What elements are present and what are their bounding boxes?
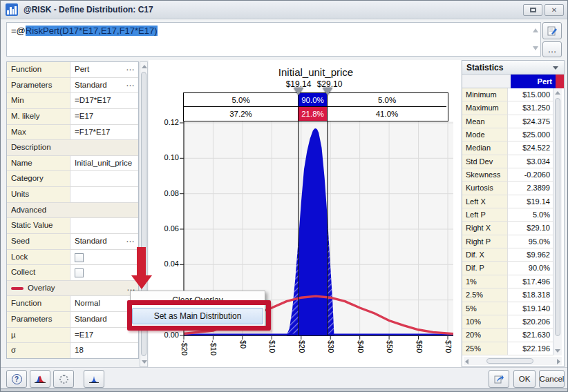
x-tick-label: $30 (325, 340, 335, 365)
scrollbar-thumb[interactable] (486, 358, 533, 364)
param-row-min: Min=D17*E17 (7, 93, 138, 109)
scroll-down-icon[interactable] (142, 360, 147, 364)
window-resize-edge[interactable] (1, 388, 567, 391)
ellipsis-icon[interactable]: … (126, 78, 135, 88)
param-value-parameters[interactable]: Standard… (70, 78, 138, 93)
stats-row: 20% $21.630 (462, 329, 553, 342)
param-value-mlikely[interactable]: =E17 (70, 109, 138, 124)
stat-label: 1% (462, 275, 508, 288)
param-value-category[interactable] (70, 171, 138, 186)
param-row-static-value: Static Value (7, 218, 138, 234)
param-value-sigma[interactable]: 18 (70, 343, 138, 358)
stat-label: Skewness (462, 168, 508, 181)
cancel-button[interactable]: Cancel (539, 370, 565, 388)
stats-row: 25% $22.196 (462, 342, 553, 355)
stat-value: $22.196 (508, 342, 553, 355)
overlay-distribution-button[interactable] (30, 370, 50, 388)
left-delimiter-handle[interactable] (294, 88, 303, 95)
formula-scroll-down-icon[interactable] (533, 46, 538, 50)
statistics-hscrollbar[interactable] (464, 357, 562, 365)
param-value-static[interactable] (70, 218, 138, 233)
param-value-units[interactable] (70, 187, 138, 202)
stat-value: $19.14 (508, 195, 553, 208)
stat-value: 2.3899 (508, 182, 553, 194)
settings-button[interactable] (53, 370, 74, 388)
ellipsis-icon[interactable]: … (126, 62, 135, 72)
param-value-min[interactable]: =D17*E17 (70, 93, 138, 108)
param-row-collect: Collect (7, 265, 138, 281)
y-tick-label: 0.06 (154, 224, 179, 234)
x-tick-label: $0 (238, 340, 247, 365)
distribution-view-button[interactable] (84, 370, 104, 388)
x-tick-label: -$10 (208, 340, 218, 365)
collect-checkbox[interactable] (75, 268, 84, 277)
right-delimiter-handle[interactable] (323, 88, 332, 95)
help-button[interactable]: ? (6, 370, 27, 388)
x-tick-label: $40 (355, 340, 365, 365)
formula-options-button[interactable]: … (542, 41, 562, 57)
scroll-up-icon[interactable] (142, 65, 147, 68)
stat-label: Mode (462, 128, 508, 141)
scroll-up-icon[interactable] (555, 91, 560, 95)
param-row-lock: Lock (7, 250, 138, 266)
stat-label: Left X (462, 195, 508, 208)
stat-value: 5.0% (508, 208, 553, 221)
formula-scroll-up-icon[interactable] (533, 28, 538, 32)
stats-row: Right P 95.0% (462, 235, 553, 248)
stat-value: $29.10 (508, 222, 553, 234)
pert-column-header: Pert (511, 75, 556, 88)
section-description: Description (7, 140, 138, 156)
stats-row: Minimum $15.000 (462, 88, 553, 101)
band-left-top: 5.0% (184, 93, 299, 107)
stats-row: 1% $17.496 (462, 275, 553, 288)
stat-value: $21.630 (508, 329, 553, 341)
stat-value: $17.496 (508, 275, 553, 288)
band-right-bottom: 41.0% (328, 107, 446, 121)
scroll-left-icon[interactable] (465, 359, 468, 364)
param-value-function[interactable]: Pert… (70, 62, 138, 77)
scroll-down-icon[interactable] (555, 349, 560, 353)
statistics-vscrollbar[interactable] (553, 88, 562, 355)
scrollbar-thumb[interactable] (555, 98, 560, 336)
window-title: @RISK - Define Distribution: C17 (23, 5, 153, 14)
param-value-name[interactable]: Initial_unit_price (70, 156, 138, 171)
stat-value: $25.000 (508, 128, 553, 141)
close-button[interactable]: ✕ (545, 4, 564, 16)
arrow-export-icon (493, 373, 504, 384)
x-tick-label: $50 (384, 340, 394, 365)
stat-value: $3.034 (508, 155, 553, 168)
stat-value: 90.0% (508, 262, 553, 274)
param-row-units: Units (7, 187, 138, 203)
annotation-highlight-box (127, 300, 271, 331)
lock-checkbox[interactable] (75, 253, 84, 262)
edit-reference-button[interactable] (542, 22, 562, 39)
chevron-down-icon[interactable] (553, 66, 558, 70)
stats-row: Left X $19.14 (462, 195, 553, 208)
parameter-table: FunctionPert… ParametersStandard… Min=D1… (6, 61, 139, 359)
x-tick-label: $70 (443, 340, 453, 365)
param-row-sigma: σ18 (7, 343, 138, 358)
footer-bar: ? OK Cancel (1, 367, 567, 389)
stats-row: Dif. X $9.962 (462, 248, 553, 262)
help-icon: ? (12, 374, 22, 384)
stat-value: $20.206 (508, 315, 553, 328)
stat-label: 2.5% (462, 288, 508, 301)
param-value-max[interactable]: =F17*E17 (70, 125, 138, 140)
formula-input[interactable]: =@RiskPert(D17*E17,E17,F17*E17) (6, 22, 541, 57)
stat-label: Std Dev (462, 155, 508, 168)
ellipsis-icon[interactable]: … (126, 234, 135, 244)
ok-button[interactable]: OK (513, 370, 536, 388)
maximize-button[interactable] (523, 4, 542, 16)
stats-row: Right X $29.10 (462, 222, 553, 235)
param-row-mlikely: M. likely=E17 (7, 109, 138, 125)
title-bar[interactable]: @RISK - Define Distribution: C17 ✕ (1, 1, 567, 19)
insert-in-cell-button[interactable] (489, 370, 509, 388)
scroll-right-icon[interactable] (557, 359, 560, 364)
y-tick-label: 0.12 (154, 118, 179, 128)
param-value-seed[interactable]: Standard… (70, 234, 138, 249)
stat-value: 95.0% (508, 235, 553, 248)
maximize-icon (530, 8, 536, 12)
param-row-function: FunctionPert… (7, 62, 138, 78)
band-right-top: 5.0% (328, 93, 446, 107)
ellipsis-icon: … (548, 44, 557, 55)
